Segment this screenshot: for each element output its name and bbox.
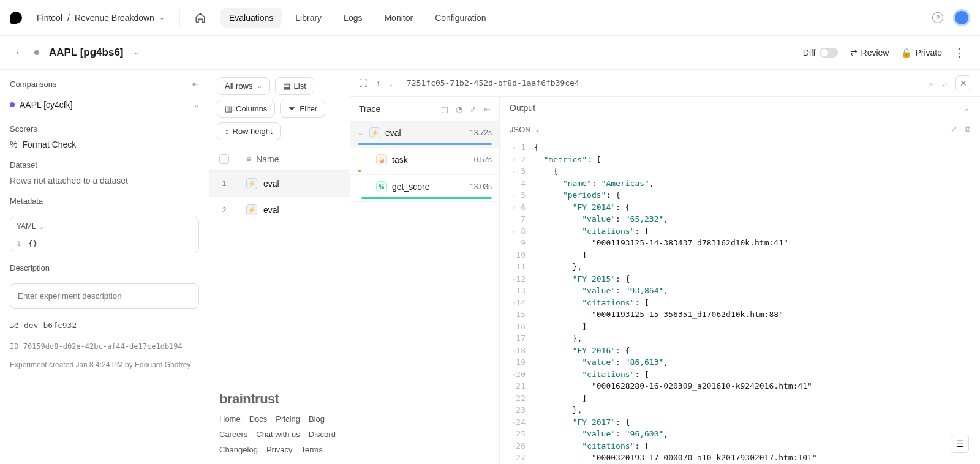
chevron-down-icon[interactable]: ⌄ bbox=[134, 48, 139, 56]
code-line: 13 "value": "93,864", bbox=[510, 285, 980, 297]
diff-toggle[interactable]: Diff bbox=[803, 48, 838, 58]
table-row[interactable]: 1 ⚡ eval bbox=[209, 171, 350, 197]
sidebar-icon[interactable]: ▢ bbox=[441, 105, 448, 114]
span-name: get_score bbox=[392, 182, 429, 192]
branch-row[interactable]: ⎇ dev b6fc932 bbox=[10, 321, 199, 330]
next-row-icon[interactable]: ↓ bbox=[389, 78, 393, 88]
description-input[interactable] bbox=[10, 283, 199, 309]
search-icon[interactable]: ⌕ bbox=[942, 78, 947, 88]
line-number: 22 bbox=[510, 392, 534, 405]
filter-label: Filter bbox=[300, 104, 317, 113]
tag-icon[interactable]: ⬦ bbox=[929, 78, 933, 88]
footer-pricing[interactable]: Pricing bbox=[276, 414, 300, 424]
code-line: 2 "metrics": [ bbox=[510, 154, 980, 166]
trace-span-eval[interactable]: ⌄ ⚡ eval 13.72s bbox=[350, 121, 499, 148]
breadcrumb-project[interactable]: Revenue Breakdown bbox=[75, 13, 154, 23]
footer-privacy[interactable]: Privacy bbox=[266, 445, 293, 454]
table-header: ≡ Name bbox=[209, 148, 350, 171]
metadata-editor[interactable]: YAML ⌄ 1 {} bbox=[10, 217, 199, 252]
row-number: 1 bbox=[219, 179, 229, 188]
nav-library[interactable]: Library bbox=[287, 8, 330, 28]
review-button[interactable]: ⇄ Review bbox=[850, 48, 889, 58]
prev-row-icon[interactable]: ↑ bbox=[376, 78, 380, 88]
comparisons-label: Comparisons bbox=[10, 80, 57, 89]
app-logo[interactable] bbox=[10, 12, 22, 24]
more-menu-icon[interactable]: ⋮ bbox=[954, 46, 965, 59]
chevron-down-icon[interactable]: ⌄ bbox=[535, 125, 540, 133]
footer-discord[interactable]: Discord bbox=[309, 430, 336, 439]
row-height-button[interactable]: ↕ Row height bbox=[217, 122, 281, 140]
chevron-down-icon[interactable]: ⌄ bbox=[159, 13, 165, 21]
line-number: 23 bbox=[510, 404, 534, 416]
nav-monitor[interactable]: Monitor bbox=[375, 8, 421, 28]
columns-icon: ▥ bbox=[225, 104, 232, 113]
line-number: 8 bbox=[510, 225, 534, 238]
private-button[interactable]: 🔒 Private bbox=[901, 48, 942, 58]
columns-button[interactable]: ▥ Columns bbox=[217, 100, 275, 118]
footer-careers[interactable]: Careers bbox=[219, 430, 247, 439]
list-view-button[interactable]: ▤ List bbox=[275, 77, 314, 95]
chevron-down-icon[interactable]: ⌄ bbox=[194, 101, 199, 109]
code-line: 7 "value": "65,232", bbox=[510, 213, 980, 225]
footer-docs[interactable]: Docs bbox=[249, 414, 268, 424]
line-number: 1 bbox=[510, 141, 534, 154]
chevron-down-icon[interactable]: ⌄ bbox=[358, 129, 363, 137]
menu-icon[interactable]: ☰ bbox=[951, 435, 969, 453]
list-icon: ▤ bbox=[283, 81, 290, 91]
percent-icon: % bbox=[10, 140, 17, 149]
metadata-label: Metadata bbox=[10, 196, 199, 206]
nav-logs[interactable]: Logs bbox=[335, 8, 371, 28]
braintrust-logo[interactable]: braintrust bbox=[219, 391, 340, 407]
expand-icon[interactable]: ⤢ bbox=[951, 124, 957, 134]
trace-span-get-score[interactable]: % get_score 13.03s bbox=[350, 175, 499, 202]
filter-button[interactable]: ⏷ Filter bbox=[280, 100, 325, 118]
select-all-checkbox[interactable] bbox=[219, 154, 229, 164]
footer-blog[interactable]: Blog bbox=[309, 414, 325, 424]
breadcrumb-org[interactable]: Fintool bbox=[37, 13, 62, 23]
code-line: 11 }, bbox=[510, 261, 980, 273]
code-line: 19 "value": "86,613", bbox=[510, 356, 980, 369]
breadcrumb[interactable]: Fintool / Revenue Breakdown ⌄ bbox=[37, 13, 165, 23]
close-icon[interactable]: ✕ bbox=[956, 75, 971, 91]
footer-changelog[interactable]: Changelog bbox=[219, 445, 258, 454]
sliders-icon: ⇄ bbox=[850, 48, 858, 58]
home-icon[interactable] bbox=[195, 12, 206, 23]
footer-home[interactable]: Home bbox=[219, 414, 241, 424]
expand-icon[interactable]: ⤢ bbox=[470, 105, 477, 114]
json-label[interactable]: JSON bbox=[510, 125, 531, 134]
avatar[interactable] bbox=[953, 9, 970, 26]
nav-configuration[interactable]: Configuration bbox=[426, 8, 494, 28]
footer-chat[interactable]: Chat with us bbox=[256, 430, 300, 439]
diff-label: Diff bbox=[803, 48, 816, 58]
timer-icon[interactable]: ◔ bbox=[456, 105, 462, 114]
chevron-down-icon[interactable]: ⌄ bbox=[39, 223, 44, 231]
code-line: 8 "citations": [ bbox=[510, 225, 980, 238]
status-dot bbox=[34, 50, 39, 55]
scorer-item[interactable]: % Format Check bbox=[10, 140, 199, 149]
table-row[interactable]: 2 ⚡ eval bbox=[209, 197, 350, 223]
task-icon: ◎ bbox=[376, 154, 387, 165]
all-rows-dropdown[interactable]: All rows ⌄ bbox=[217, 77, 270, 95]
line-number: 11 bbox=[510, 261, 534, 273]
text-icon: ≡ bbox=[246, 154, 251, 164]
all-rows-label: All rows bbox=[225, 81, 253, 91]
json-output[interactable]: 1{2 "metrics": [3 {4 "name": "Americas",… bbox=[500, 139, 980, 464]
code-line: 4 "name": "Americas", bbox=[510, 178, 980, 190]
yaml-label: YAML bbox=[17, 222, 36, 231]
trace-span-task[interactable]: ◎ task 0.57s bbox=[350, 148, 499, 175]
yaml-line-number: 1 bbox=[17, 239, 21, 248]
comparison-item[interactable]: AAPL [cy4cfk] ⌄ bbox=[10, 96, 199, 113]
nav-evaluations[interactable]: Evaluations bbox=[221, 8, 282, 28]
focus-icon[interactable]: ⛶ bbox=[359, 78, 368, 88]
collapse-left-icon[interactable]: ⇤ bbox=[192, 80, 199, 89]
description-label: Description bbox=[10, 263, 199, 272]
help-icon[interactable]: ? bbox=[932, 12, 943, 23]
detail-top: ⛶ ↑ ↓ 7251fc05-71b2-452d-bf8d-1aaf6fb39c… bbox=[350, 70, 980, 97]
back-arrow-icon[interactable]: ← bbox=[15, 47, 24, 58]
copy-icon[interactable]: ⧉ bbox=[965, 124, 970, 134]
chevron-down-icon[interactable]: ⌄ bbox=[963, 103, 970, 113]
toggle-switch[interactable] bbox=[820, 48, 838, 58]
collapse-left-icon[interactable]: ⇤ bbox=[484, 105, 491, 114]
footer-terms[interactable]: Terms bbox=[301, 445, 323, 454]
score-icon: % bbox=[376, 181, 387, 192]
